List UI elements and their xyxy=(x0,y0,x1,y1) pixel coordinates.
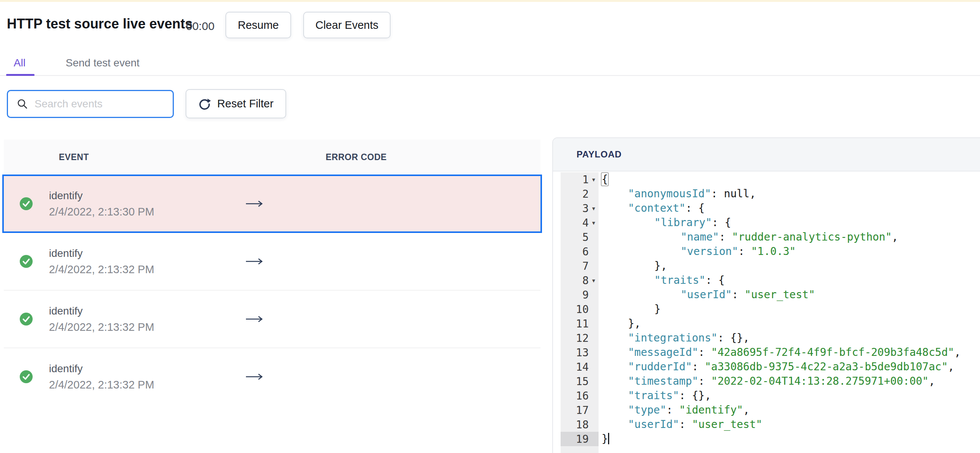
fold-toggle-icon[interactable]: ▾ xyxy=(589,205,598,212)
json-punctuation: : xyxy=(719,230,732,243)
code-line: "traits": { xyxy=(601,273,961,288)
code-line: } xyxy=(601,302,961,316)
code-line: "messageId": "42a8695f-72f4-4f9f-bfcf-20… xyxy=(601,345,961,360)
session-timer: 00:00 xyxy=(186,20,215,33)
refresh-icon xyxy=(198,97,211,110)
event-name: identify xyxy=(49,363,154,375)
json-key: "userId" xyxy=(681,288,732,301)
tab-send-test-event[interactable]: Send test event xyxy=(66,57,140,69)
json-punctuation: , xyxy=(954,346,961,359)
column-header-error-code: ERROR CODE xyxy=(326,152,387,162)
line-number: 14 xyxy=(561,361,589,374)
column-header-event: EVENT xyxy=(59,152,89,162)
editor-gutter: 1▾23▾4▾5678▾910111213141516171819 xyxy=(561,172,598,453)
code-line: }, xyxy=(601,316,961,331)
json-punctuation: : xyxy=(667,404,679,416)
open-event-arrow-icon[interactable] xyxy=(245,200,264,209)
gutter-row: 10 xyxy=(561,302,598,316)
code-line: "userId": "user_test" xyxy=(601,288,961,302)
gutter-row: 2 xyxy=(561,187,598,201)
json-punctuation: : { xyxy=(686,202,705,215)
gutter-row: 13 xyxy=(561,345,598,360)
event-row[interactable]: identify2/4/2022, 2:13:32 PM xyxy=(4,290,541,348)
resume-button-label: Resume xyxy=(238,19,279,32)
code-line: "anonymousId": null, xyxy=(601,187,961,201)
json-punctuation: }, xyxy=(654,259,667,272)
fold-toggle-icon[interactable]: ▾ xyxy=(589,219,598,227)
payload-json-editor[interactable]: 1▾23▾4▾5678▾910111213141516171819 {"anon… xyxy=(553,172,980,453)
gutter-row: 14 xyxy=(561,360,598,374)
search-events-input[interactable] xyxy=(34,97,157,110)
event-timestamp: 2/4/2022, 2:13:32 PM xyxy=(49,263,154,276)
line-number: 15 xyxy=(561,375,589,388)
gutter-row: 1▾ xyxy=(561,172,598,187)
success-check-icon xyxy=(20,255,33,268)
json-key: "traits" xyxy=(654,274,706,286)
line-number: 17 xyxy=(561,404,589,416)
gutter-row: 19 xyxy=(561,432,598,446)
line-number: 11 xyxy=(561,318,589,330)
resume-button[interactable]: Resume xyxy=(226,12,291,38)
code-line: { xyxy=(601,172,961,187)
json-punctuation: : xyxy=(698,346,711,359)
gutter-row: 8▾ xyxy=(561,273,598,288)
json-punctuation: : xyxy=(732,288,745,301)
reset-filter-button[interactable]: Reset Filter xyxy=(186,89,286,118)
active-tab-underline xyxy=(6,74,35,76)
gutter-row: 9 xyxy=(561,288,598,302)
line-number: 19 xyxy=(561,433,589,445)
clear-events-button[interactable]: Clear Events xyxy=(303,12,391,38)
json-key: "anonymousId" xyxy=(628,188,711,200)
gutter-row: 6 xyxy=(561,244,598,259)
json-string: "1.0.3" xyxy=(751,245,796,257)
gutter-row: 17 xyxy=(561,403,598,417)
json-key: "integrations" xyxy=(628,332,718,344)
code-line: "version": "1.0.3" xyxy=(601,244,961,259)
json-punctuation: } xyxy=(654,303,661,315)
json-punctuation: : xyxy=(679,418,692,431)
fold-toggle-icon[interactable]: ▾ xyxy=(589,176,598,183)
json-punctuation: : {}, xyxy=(679,389,711,402)
json-punctuation: } xyxy=(601,432,608,445)
line-number: 12 xyxy=(561,332,589,345)
json-string: "rudder-analytics-python" xyxy=(732,230,892,243)
event-row[interactable]: identify2/4/2022, 2:13:32 PM xyxy=(4,348,541,405)
json-key: "version" xyxy=(681,245,738,257)
json-key: "name" xyxy=(681,230,719,243)
line-number: 8 xyxy=(561,274,589,287)
json-punctuation: }, xyxy=(628,317,641,330)
code-line: "type": "identify", xyxy=(601,403,961,417)
fold-toggle-icon[interactable]: ▾ xyxy=(589,277,598,284)
event-timestamp: 2/4/2022, 2:13:30 PM xyxy=(49,206,154,218)
event-row[interactable]: identify2/4/2022, 2:13:32 PM xyxy=(4,233,541,290)
gutter-row: 7 xyxy=(561,259,598,273)
open-event-arrow-icon[interactable] xyxy=(245,315,264,324)
json-key: "context" xyxy=(628,202,686,215)
open-event-arrow-icon[interactable] xyxy=(245,257,264,267)
code-line: } xyxy=(601,432,961,446)
line-number: 2 xyxy=(561,188,589,200)
code-line: "name": "rudder-analytics-python", xyxy=(601,230,961,244)
line-number: 16 xyxy=(561,389,589,402)
line-number: 1 xyxy=(561,173,589,186)
tab-all[interactable]: All xyxy=(14,57,25,69)
text-cursor xyxy=(608,433,609,444)
gutter-row: 5 xyxy=(561,230,598,244)
json-string: "a33086db-9375-4c22-a2a3-b5de9db107ac" xyxy=(705,361,948,373)
event-info: identify2/4/2022, 2:13:32 PM xyxy=(49,247,154,276)
events-table-header: EVENT ERROR CODE xyxy=(4,140,541,175)
code-line: "integrations": {}, xyxy=(601,331,961,345)
code-line: }, xyxy=(601,259,961,273)
code-line: "library": { xyxy=(601,216,961,230)
line-number: 10 xyxy=(561,303,589,316)
event-row[interactable]: identify2/4/2022, 2:13:30 PM xyxy=(2,175,542,233)
json-punctuation: : xyxy=(692,361,705,373)
json-punctuation: : {}, xyxy=(718,332,749,344)
search-events-box[interactable] xyxy=(7,90,174,118)
tabbar-divider xyxy=(0,75,980,76)
payload-title: PAYLOAD xyxy=(576,149,622,160)
open-event-arrow-icon[interactable] xyxy=(245,373,264,382)
gutter-row: 4▾ xyxy=(561,216,598,230)
search-icon xyxy=(16,98,29,110)
event-timestamp: 2/4/2022, 2:13:32 PM xyxy=(49,321,154,334)
